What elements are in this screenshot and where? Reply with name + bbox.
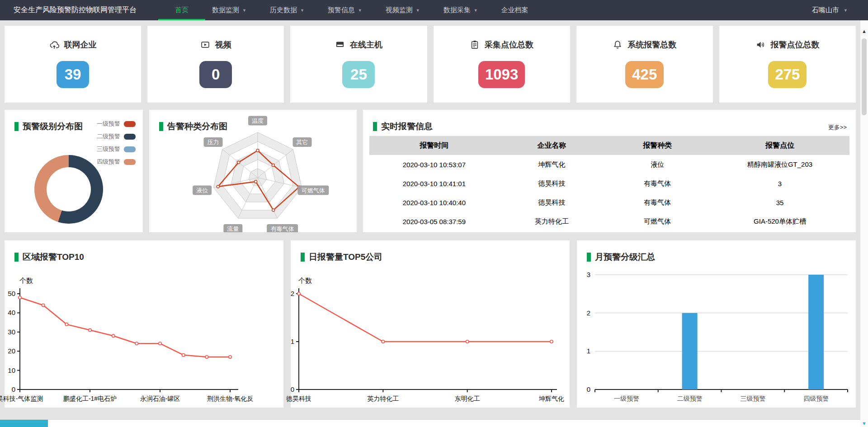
panel-title-text: 日报警量TOP5公司 (309, 251, 382, 263)
legend-swatch (124, 146, 136, 152)
table-header: 报警时间企业名称报警种类报警点位 (369, 136, 849, 155)
table-cell: 精醇南罐液位GT_203 (710, 155, 849, 174)
vertical-scroll-thumb[interactable] (862, 38, 867, 115)
nav-item-label: 历史数据 (270, 6, 297, 14)
table-column-header: 报警时间 (369, 136, 499, 155)
stat-card-采集点位总数: 采集点位总数 1093 (434, 26, 570, 103)
svg-text:永润石油-罐区: 永润石油-罐区 (140, 395, 180, 402)
svg-text:四级预警: 四级预警 (803, 395, 829, 402)
warning-level-donut-chart (34, 155, 103, 224)
title-marker (14, 253, 19, 262)
svg-text:温度: 温度 (252, 117, 264, 124)
panel-title: 实时报警信息 (373, 121, 433, 132)
table-cell: 2020-03-10 10:40:40 (369, 193, 499, 212)
table-cell: 德昊科技 (499, 174, 605, 193)
legend-item-三级预警[interactable]: 三级预警 (97, 145, 136, 153)
title-marker (159, 122, 163, 131)
svg-text:流量: 流量 (227, 225, 239, 232)
table-cell: 坤辉气化 (499, 155, 605, 174)
legend-item-四级预警[interactable]: 四级预警 (97, 158, 136, 166)
region-top10-line-chart: 01020304050个数昊科技-气体监测鹏盛化工-1#电石炉永润石油-罐区荆洪… (5, 240, 283, 408)
monitor-icon (335, 40, 345, 50)
donut-legend: 一级预警 二级预警 三级预警 四级预警 (97, 120, 136, 170)
vertical-scrollbar[interactable]: ▲ ▼ (860, 20, 868, 427)
panel-title-text: 预警级别分布图 (23, 121, 83, 132)
daily-top5-panel: 日报警量TOP5公司 012个数德昊科技英力特化工东明化工坤辉气化 (291, 240, 570, 408)
alarm-table-row: 2020-03-10 10:53:07坤辉气化液位精醇南罐液位GT_203 (369, 155, 849, 174)
region-top10-panel: 区域报警TOP10 01020304050个数昊科技-气体监测鹏盛化工-1#电石… (5, 240, 283, 408)
main-menu: 首页数据监测▼历史数据▼预警信息▼视频监测▼数据采集▼企业档案 (175, 0, 528, 20)
nav-item-label: 数据监测 (212, 6, 239, 14)
bell-icon (613, 40, 623, 50)
table-cell: 35 (710, 193, 849, 212)
table-cell: 有毒气体 (604, 193, 710, 212)
stat-card-title: 视频 (200, 39, 231, 50)
stat-card-value: 275 (768, 61, 807, 88)
table-column-header: 企业名称 (499, 136, 605, 155)
bottom-row: 区域报警TOP10 01020304050个数昊科技-气体监测鹏盛化工-1#电石… (5, 240, 856, 408)
table-cell: 有毒气体 (604, 174, 710, 193)
alarm-type-panel: 告警种类分布图 温度其它可燃气体有毒气体流量液位压力 (149, 110, 357, 232)
legend-label: 三级预警 (97, 145, 120, 153)
nav-item-视频监测[interactable]: 视频监测▼ (386, 0, 420, 20)
table-column-header: 报警种类 (604, 136, 710, 155)
svg-text:2: 2 (291, 290, 294, 297)
chevron-down-icon: ▼ (300, 8, 304, 13)
middle-row: 预警级别分布图 一级预警 二级预警 三级预警 四级预警 告警种类分布图 温度其它… (5, 110, 856, 232)
legend-item-二级预警[interactable]: 二级预警 (97, 132, 136, 141)
legend-swatch (124, 121, 136, 127)
svg-text:鹏盛化工-1#电石炉: 鹏盛化工-1#电石炉 (63, 395, 117, 402)
alarm-table-row: 2020-03-10 10:41:01德昊科技有毒气体3 (369, 174, 849, 193)
svg-text:1: 1 (291, 338, 294, 345)
svg-text:40: 40 (8, 309, 15, 316)
chevron-down-icon: ▼ (844, 8, 848, 13)
top-navbar: 安全生产风险预警防控物联网管理平台 首页数据监测▼历史数据▼预警信息▼视频监测▼… (0, 0, 868, 20)
svg-text:三级预警: 三级预警 (740, 395, 765, 402)
scroll-down-icon[interactable]: ▼ (860, 421, 868, 426)
stat-card-title: 采集点位总数 (470, 39, 533, 50)
stat-card-视频: 视频 0 (147, 26, 284, 103)
monthly-summary-panel: 月预警分级汇总 0123一级预警二级预警三级预警四级预警 (577, 240, 856, 408)
stat-card-报警点位总数: 报警点位总数 275 (719, 26, 856, 103)
svg-text:0: 0 (587, 385, 590, 393)
scroll-up-icon[interactable]: ▲ (860, 28, 868, 34)
nav-item-企业档案[interactable]: 企业档案 (501, 0, 528, 20)
stat-card-label: 采集点位总数 (485, 39, 533, 50)
svg-text:10: 10 (8, 366, 15, 374)
svg-text:20: 20 (8, 347, 15, 355)
more-link[interactable]: 更多>> (828, 123, 847, 131)
panel-title: 月预警分级汇总 (587, 251, 655, 263)
svg-text:30: 30 (8, 328, 15, 336)
nav-item-预警信息[interactable]: 预警信息▼ (328, 0, 362, 20)
svg-text:有毒气体: 有毒气体 (271, 225, 294, 232)
svg-text:英力特化工: 英力特化工 (367, 395, 399, 402)
stat-card-title: 联网企业 (49, 39, 97, 50)
horizontal-scrollbar[interactable] (0, 419, 860, 427)
svg-text:坤辉气化: 坤辉气化 (538, 395, 564, 402)
nav-item-数据监测[interactable]: 数据监测▼ (212, 0, 246, 20)
alarm-table-row: 2020-03-10 10:40:40德昊科技有毒气体35 (369, 193, 849, 212)
panel-title: 预警级别分布图 (14, 121, 83, 132)
table-cell: 2020-03-10 10:53:07 (369, 155, 499, 174)
svg-text:2: 2 (587, 309, 590, 317)
stat-card-label: 视频 (215, 39, 231, 50)
table-cell: 液位 (604, 155, 710, 174)
chevron-down-icon: ▼ (358, 8, 362, 13)
stat-card-value: 1093 (478, 61, 525, 88)
horizontal-scroll-thumb[interactable] (0, 420, 48, 427)
stat-card-label: 在线主机 (350, 39, 382, 50)
svg-text:3: 3 (587, 271, 590, 278)
legend-item-一级预警[interactable]: 一级预警 (97, 120, 136, 128)
panel-title: 告警种类分布图 (159, 121, 227, 132)
table-cell: 英力特化工 (499, 212, 605, 231)
svg-text:液位: 液位 (196, 187, 208, 194)
cloud-upload-icon (49, 40, 59, 50)
city-selector[interactable]: 石嘴山市 ▼ (812, 6, 848, 14)
nav-item-历史数据[interactable]: 历史数据▼ (270, 0, 304, 20)
stat-card-title: 在线主机 (335, 39, 382, 50)
panel-title-text: 实时报警信息 (381, 121, 433, 132)
nav-item-数据采集[interactable]: 数据采集▼ (443, 0, 478, 20)
svg-text:1: 1 (587, 347, 590, 355)
panel-title-text: 告警种类分布图 (167, 121, 227, 132)
nav-item-首页[interactable]: 首页 (175, 0, 189, 20)
